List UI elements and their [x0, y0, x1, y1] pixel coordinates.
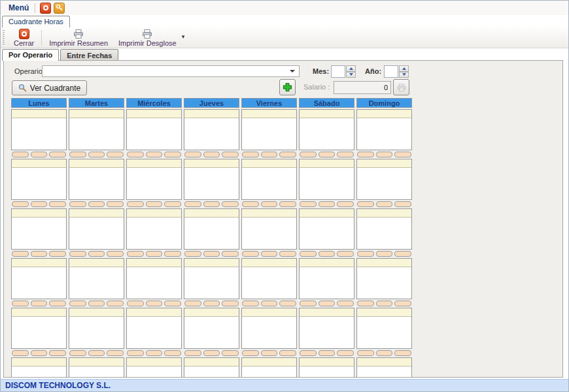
day-cell[interactable] — [356, 308, 412, 349]
day-cell[interactable] — [126, 109, 182, 150]
slot-button[interactable] — [376, 251, 393, 257]
slot-button[interactable] — [242, 251, 259, 257]
view-schedule-button[interactable]: Ver Cuadrante — [12, 80, 87, 95]
slot-button[interactable] — [88, 301, 105, 306]
slot-button[interactable] — [164, 201, 181, 207]
slot-button[interactable] — [242, 301, 259, 306]
day-cell[interactable] — [69, 159, 124, 200]
day-cell[interactable] — [126, 159, 182, 200]
slot-button[interactable] — [127, 251, 144, 257]
slot-button[interactable] — [31, 152, 48, 157]
day-cell[interactable] — [184, 357, 239, 378]
slot-button[interactable] — [261, 152, 278, 157]
slot-button[interactable] — [261, 350, 278, 356]
print-summary-button[interactable]: Imprimir Resumen — [44, 27, 113, 48]
year-down-button[interactable] — [399, 72, 409, 78]
day-cell[interactable] — [184, 109, 239, 150]
slot-button[interactable] — [69, 152, 86, 157]
day-cell[interactable] — [241, 159, 297, 200]
day-cell[interactable] — [11, 308, 67, 349]
slot-button[interactable] — [88, 201, 105, 207]
day-cell[interactable] — [184, 258, 239, 299]
slot-button[interactable] — [31, 251, 48, 257]
slot-button[interactable] — [337, 350, 354, 356]
year-up-button[interactable] — [399, 65, 409, 72]
toolbar-overflow-icon[interactable]: ▾ — [182, 33, 185, 40]
day-cell[interactable] — [69, 208, 124, 250]
slot-button[interactable] — [242, 152, 259, 157]
slot-button[interactable] — [127, 350, 144, 356]
slot-button[interactable] — [69, 350, 86, 356]
slot-button[interactable] — [394, 201, 411, 207]
slot-button[interactable] — [146, 201, 163, 207]
month-input[interactable] — [331, 65, 345, 78]
slot-button[interactable] — [49, 301, 66, 306]
slot-button[interactable] — [222, 301, 239, 306]
close-button[interactable]: Cerrar — [9, 27, 39, 48]
slot-button[interactable] — [357, 301, 374, 306]
slot-button[interactable] — [203, 251, 220, 257]
slot-button[interactable] — [376, 350, 393, 356]
slot-button[interactable] — [261, 301, 278, 306]
slot-button[interactable] — [164, 152, 181, 157]
slot-button[interactable] — [357, 350, 374, 356]
day-cell[interactable] — [184, 159, 239, 200]
year-input[interactable] — [384, 65, 398, 78]
day-cell[interactable] — [356, 258, 412, 299]
slot-button[interactable] — [184, 152, 201, 157]
slot-button[interactable] — [164, 350, 181, 356]
slot-button[interactable] — [222, 350, 239, 356]
day-cell[interactable] — [11, 159, 67, 200]
day-cell[interactable] — [69, 357, 124, 378]
day-cell[interactable] — [241, 258, 297, 299]
slot-button[interactable] — [337, 251, 354, 257]
slot-button[interactable] — [12, 350, 29, 356]
slot-button[interactable] — [12, 301, 29, 306]
slot-button[interactable] — [88, 350, 105, 356]
slot-button[interactable] — [300, 251, 317, 257]
slot-button[interactable] — [319, 350, 336, 356]
slot-button[interactable] — [394, 301, 411, 306]
slot-button[interactable] — [69, 301, 86, 306]
slot-button[interactable] — [127, 201, 144, 207]
slot-button[interactable] — [394, 152, 411, 157]
menu-item-menu[interactable]: Menú — [6, 2, 31, 14]
slot-button[interactable] — [357, 152, 374, 157]
slot-button[interactable] — [107, 301, 124, 306]
tab-por-operario[interactable]: Por Operario — [2, 49, 59, 61]
slot-button[interactable] — [300, 152, 317, 157]
slot-button[interactable] — [164, 251, 181, 257]
day-cell[interactable] — [241, 357, 297, 378]
slot-button[interactable] — [279, 301, 296, 306]
slot-button[interactable] — [203, 152, 220, 157]
slot-button[interactable] — [242, 350, 259, 356]
salary-input[interactable] — [334, 81, 391, 94]
day-cell[interactable] — [126, 357, 182, 378]
slot-button[interactable] — [279, 201, 296, 207]
day-cell[interactable] — [69, 109, 124, 150]
slot-button[interactable] — [69, 251, 86, 257]
slot-button[interactable] — [107, 201, 124, 207]
tab-entre-fechas[interactable]: Entre Fechas — [60, 49, 118, 61]
slot-button[interactable] — [69, 201, 86, 207]
day-cell[interactable] — [299, 308, 354, 349]
slot-button[interactable] — [394, 350, 411, 356]
day-cell[interactable] — [126, 308, 182, 349]
slot-button[interactable] — [261, 201, 278, 207]
slot-button[interactable] — [203, 301, 220, 306]
slot-button[interactable] — [300, 350, 317, 356]
slot-button[interactable] — [337, 152, 354, 157]
day-cell[interactable] — [69, 308, 124, 349]
day-cell[interactable] — [299, 258, 354, 299]
slot-button[interactable] — [319, 201, 336, 207]
day-cell[interactable] — [11, 109, 67, 150]
slot-button[interactable] — [127, 301, 144, 306]
slot-button[interactable] — [376, 152, 393, 157]
day-cell[interactable] — [11, 357, 67, 378]
slot-button[interactable] — [279, 350, 296, 356]
slot-button[interactable] — [203, 350, 220, 356]
day-cell[interactable] — [241, 109, 297, 150]
slot-button[interactable] — [12, 201, 29, 207]
slot-button[interactable] — [300, 201, 317, 207]
slot-button[interactable] — [146, 301, 163, 306]
